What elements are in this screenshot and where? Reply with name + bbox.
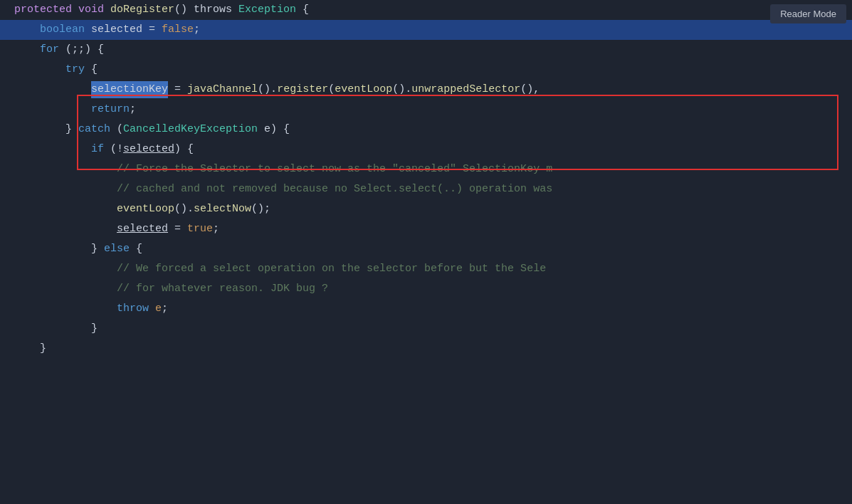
code-line-5: selectionKey = javaChannel().register(ev…	[0, 80, 852, 100]
code-line-11: eventLoop().selectNow();	[0, 199, 852, 219]
type-exception: Exception	[238, 1, 296, 19]
keyword-catch: catch	[78, 121, 110, 138]
keyword-return: return	[91, 101, 130, 118]
method-javachannel: javaChannel	[187, 81, 258, 98]
method-doregister: doRegister	[110, 1, 174, 19]
code-line-16: throw e;	[0, 299, 852, 319]
code-line-18: }	[0, 339, 852, 359]
code-line-15: // for whatever reason. JDK bug ?	[0, 279, 852, 299]
var-selected-ref-1: selected	[123, 141, 174, 158]
code-line-14: // We forced a select operation on the s…	[0, 259, 852, 279]
comment-1: // Force the Selector to select now as t…	[117, 161, 552, 178]
method-eventloop-1: eventLoop	[335, 81, 392, 98]
code-line-4: try {	[0, 60, 852, 80]
comment-4: // for whatever reason. JDK bug ?	[117, 280, 328, 298]
var-selected-ref-2: selected	[117, 221, 168, 238]
code-editor: Reader Mode protected void doRegister() …	[0, 0, 852, 504]
method-eventloop-2: eventLoop	[117, 201, 174, 218]
method-unwrappedselector: unwrappedSelector	[411, 81, 520, 98]
keyword-throw: throw	[117, 300, 149, 317]
code-line-6: return;	[0, 100, 852, 120]
reader-mode-button[interactable]: Reader Mode	[770, 4, 846, 23]
type-cancelledkeyexception: CancelledKeyException	[123, 121, 258, 138]
code-line-2: boolean selected = false;	[0, 20, 852, 40]
code-line-13: } else {	[0, 239, 852, 259]
keyword-try: try	[65, 61, 85, 78]
value-false: false	[162, 21, 194, 38]
value-true: true	[187, 221, 213, 238]
method-register: register	[277, 81, 328, 98]
comment-2: // cached and not removed because no Sel…	[117, 181, 552, 198]
code-line-9: // Force the Selector to select now as t…	[0, 159, 852, 179]
code-line-10: // cached and not removed because no Sel…	[0, 179, 852, 199]
keyword-boolean: boolean	[40, 21, 85, 38]
keyword-else: else	[104, 241, 130, 258]
code-line-17: }	[0, 319, 852, 339]
keyword-for: for	[40, 41, 59, 58]
keyword-void: void	[78, 1, 104, 19]
method-selectnow: selectNow	[194, 201, 251, 218]
comment-3: // We forced a select operation on the s…	[117, 261, 546, 278]
code-line-12: selected = true;	[0, 219, 852, 239]
code-line-1: protected void doRegister() throws Excep…	[0, 0, 852, 20]
var-selectionkey-highlight: selectionKey	[91, 81, 168, 98]
var-selected: selected	[91, 21, 142, 38]
code-line-3: for (;;) {	[0, 40, 852, 60]
code-line-8: if (!selected) {	[0, 140, 852, 159]
var-e: e	[155, 300, 162, 317]
keyword-if: if	[91, 141, 104, 158]
code-line-7: } catch (CancelledKeyException e) {	[0, 120, 852, 140]
keyword-protected: protected	[14, 1, 72, 19]
